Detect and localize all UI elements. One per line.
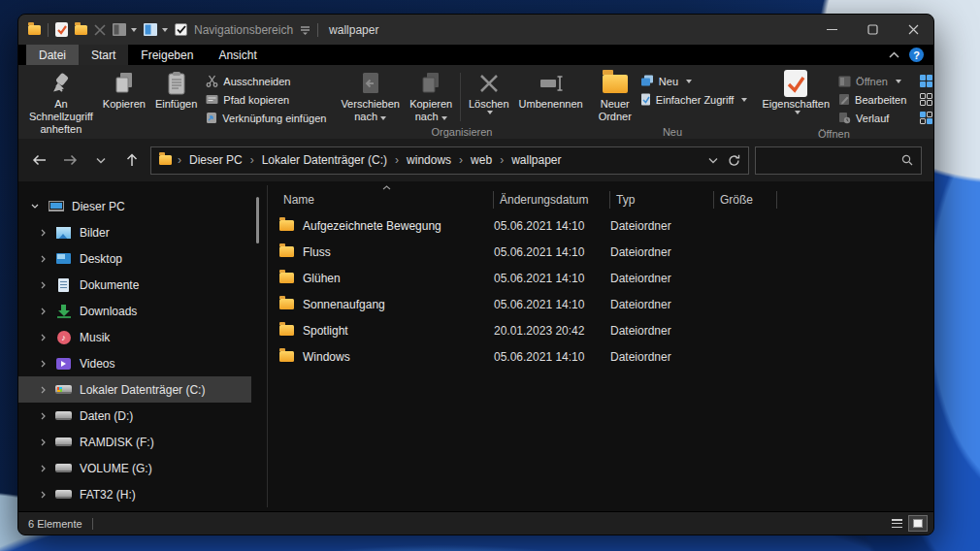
chevron-collapsed-icon[interactable] (38, 412, 48, 420)
recent-locations-icon[interactable] (88, 147, 114, 173)
folder-icon (279, 351, 294, 362)
breadcrumb-drive-c[interactable]: Lokaler Datenträger (C:) (262, 153, 387, 167)
nav-pane-dropdown-icon[interactable] (300, 25, 310, 35)
collapse-ribbon-icon[interactable] (889, 51, 899, 58)
close-button[interactable] (893, 15, 933, 45)
breadcrumb-separator: › (250, 153, 254, 167)
column-header-size[interactable]: Größe (714, 187, 776, 212)
chevron-collapsed-icon[interactable] (38, 386, 48, 394)
delete-icon[interactable] (94, 24, 106, 36)
copy-to-button[interactable]: Kopieren nach (405, 69, 457, 125)
tab-home[interactable]: Start (79, 45, 128, 65)
properties-button[interactable]: Eigenschaften (757, 69, 834, 116)
sidebar-item-drive-f[interactable]: RAMDISK (F:) (18, 429, 251, 455)
new-folder-icon[interactable] (75, 25, 87, 35)
chevron-collapsed-icon[interactable] (38, 229, 48, 237)
up-button[interactable] (119, 147, 145, 173)
chevron-collapsed-icon[interactable] (38, 465, 48, 472)
folder-icon[interactable] (28, 25, 41, 35)
chevron-collapsed-icon[interactable] (38, 334, 48, 341)
minimize-button[interactable] (811, 15, 852, 45)
sidebar-item-drive-d[interactable]: Daten (D:) (18, 403, 251, 429)
tab-view[interactable]: Ansicht (206, 45, 269, 65)
file-row[interactable]: Aufgezeichnete Bewegung 05.06.2021 14:10… (278, 212, 933, 239)
move-to-button[interactable]: Verschieben nach (336, 69, 405, 125)
breadcrumb-this-pc[interactable]: Dieser PC (189, 153, 243, 167)
help-button[interactable]: ? (909, 48, 924, 62)
nav-pane-checkbox[interactable] (175, 23, 187, 36)
chevron-collapsed-icon[interactable] (38, 281, 48, 289)
back-button[interactable] (26, 147, 51, 173)
file-row[interactable]: Windows 05.06.2021 14:10 Dateiordner (278, 343, 933, 370)
paste-button[interactable]: Einfügen (150, 69, 202, 113)
ribbon-group-open: Eigenschaften Öffnen Bearbeiten (757, 69, 910, 139)
column-header-type[interactable]: Typ (610, 187, 713, 212)
history-button[interactable]: Verlauf (834, 109, 910, 127)
edit-button[interactable]: Bearbeiten (834, 90, 910, 109)
breadcrumb-web[interactable]: web (471, 153, 492, 167)
select-all-button[interactable]: Alles auswählen (916, 72, 934, 90)
column-header-name[interactable]: Name (278, 187, 493, 212)
sidebar-scrollbar-thumb[interactable] (256, 197, 259, 243)
sidebar-item-documents[interactable]: Dokumente (18, 272, 251, 298)
breadcrumb-separator: › (500, 153, 504, 167)
copy-path-button[interactable]: Pfad kopieren (202, 90, 330, 109)
select-none-button[interactable]: Nichts auswählen (916, 90, 934, 109)
thumbnail-view-button[interactable] (908, 515, 928, 532)
column-separator[interactable] (776, 191, 777, 209)
cut-button[interactable]: Ausschneiden (202, 72, 330, 90)
delete-button[interactable]: Löschen (464, 69, 514, 116)
chevron-collapsed-icon[interactable] (38, 438, 48, 446)
chevron-collapsed-icon[interactable] (38, 308, 48, 315)
sidebar-item-pictures[interactable]: Bilder (18, 219, 251, 245)
sidebar-item-drive-g[interactable]: VOLUME (G:) (18, 455, 251, 481)
rename-button[interactable]: Umbenennen (514, 69, 588, 113)
file-row[interactable]: Spotlight 20.01.2023 20:42 Dateiordner (278, 317, 933, 343)
tab-file[interactable]: Datei (26, 45, 79, 65)
refresh-icon[interactable] (728, 154, 740, 167)
open-button[interactable]: Öffnen (834, 72, 910, 90)
file-name: Windows (303, 350, 350, 364)
sidebar-item-videos[interactable]: Videos (18, 350, 251, 376)
sidebar-item-drive-h[interactable]: FAT32 (H:) (18, 481, 251, 507)
sidebar-item-this-pc[interactable]: Dieser PC (18, 193, 251, 219)
window-title: wallpaper (329, 23, 378, 37)
address-dropdown-icon[interactable] (708, 157, 718, 164)
chevron-collapsed-icon[interactable] (38, 255, 48, 263)
chevron-down-icon (741, 98, 747, 102)
sidebar-item-music[interactable]: ♪ Musik (18, 324, 251, 350)
forward-button[interactable] (57, 147, 82, 173)
address-field[interactable]: › Dieser PC › Lokaler Datenträger (C:) ›… (150, 146, 749, 175)
breadcrumb-wallpaper[interactable]: wallpaper (511, 153, 561, 167)
maximize-button[interactable] (852, 15, 893, 45)
properties-icon[interactable] (55, 22, 68, 37)
sidebar-item-local-disk-c[interactable]: Lokaler Datenträger (C:) (18, 376, 251, 403)
details-pane-icon[interactable] (144, 23, 168, 36)
folder-icon (279, 273, 294, 283)
sidebar-item-downloads[interactable]: Downloads (18, 298, 251, 324)
nav-pane-label[interactable]: Navigationsbereich (194, 23, 293, 37)
breadcrumb-separator: › (395, 153, 399, 167)
file-type: Dateiordner (610, 272, 714, 285)
pin-icon (51, 71, 71, 96)
paste-shortcut-button[interactable]: Verknüpfung einfügen (202, 109, 330, 127)
easy-access-button[interactable]: Einfacher Zugriff (637, 90, 752, 109)
tab-share[interactable]: Freigeben (128, 45, 206, 65)
search-input[interactable] (764, 153, 901, 167)
file-row[interactable]: Sonnenaufgang 05.06.2021 14:10 Dateiordn… (278, 291, 933, 317)
file-row[interactable]: Fluss 05.06.2021 14:10 Dateiordner (278, 239, 933, 265)
invert-selection-button[interactable]: Auswahl umkehren (916, 109, 934, 127)
file-row[interactable]: Glühen 05.06.2021 14:10 Dateiordner (278, 265, 933, 291)
chevron-collapsed-icon[interactable] (38, 360, 48, 368)
details-view-button[interactable] (887, 515, 906, 532)
copy-button[interactable]: Kopieren (98, 69, 150, 113)
chevron-expanded-icon[interactable] (30, 204, 40, 209)
sidebar-item-desktop[interactable]: Desktop (18, 245, 251, 272)
chevron-collapsed-icon[interactable] (38, 491, 48, 499)
pin-quick-access-button[interactable]: An Schnellzugriff anheften (24, 69, 98, 139)
breadcrumb-windows[interactable]: windows (407, 153, 451, 167)
column-header-date[interactable]: Änderungsdatum (494, 187, 609, 212)
new-folder-button[interactable]: Neuer Ordner (594, 69, 637, 125)
new-item-button[interactable]: Neu (637, 72, 752, 90)
preview-pane-icon[interactable] (113, 23, 137, 36)
